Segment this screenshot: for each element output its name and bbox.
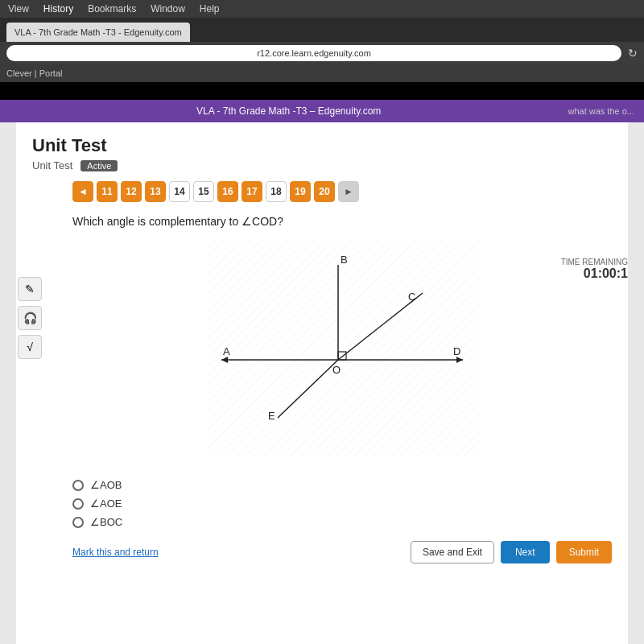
menu-help[interactable]: Help <box>200 3 220 14</box>
q20-button[interactable]: 20 <box>314 181 335 202</box>
svg-rect-1 <box>205 241 479 458</box>
svg-text:A: A <box>223 345 230 357</box>
tab-bar: VLA - 7th Grade Math -T3 - Edgenuity.com <box>0 18 644 42</box>
q16-button[interactable]: 16 <box>217 181 238 202</box>
svg-text:D: D <box>453 345 460 357</box>
radio-boc[interactable] <box>72 517 84 528</box>
action-buttons: Save and Exit Next Submit <box>411 541 612 564</box>
timer: TIME REMAINING 01:00:1 <box>561 258 628 281</box>
question-text: Which angle is complementary to ∠COD? <box>72 215 612 228</box>
purple-header: VLA - 7th Grade Math -T3 – Edgenuity.com… <box>0 100 644 122</box>
menu-history[interactable]: History <box>43 3 73 14</box>
q19-button[interactable]: 19 <box>290 181 311 202</box>
address-bar[interactable]: r12.core.learn.edgenuity.com <box>6 45 621 61</box>
subtitle-row: Unit Test Active <box>32 159 612 171</box>
address-bar-row: r12.core.learn.edgenuity.com ↻ <box>0 42 644 64</box>
headphone-icon-btn[interactable]: 🎧 <box>18 306 42 330</box>
subtitle-label: Unit Test <box>32 159 72 171</box>
bottom-bar: Mark this and return Save and Exit Next … <box>72 541 612 564</box>
answer-choices: ∠AOB ∠AOE ∠BOC <box>72 479 612 528</box>
answer-boc[interactable]: ∠BOC <box>72 516 612 528</box>
formula-icon-btn[interactable]: √ <box>18 335 42 359</box>
active-tab[interactable]: VLA - 7th Grade Math -T3 - Edgenuity.com <box>6 23 190 42</box>
answer-aoe[interactable]: ∠AOE <box>72 497 612 510</box>
pencil-icon-btn[interactable]: ✎ <box>18 277 42 301</box>
purple-header-title: VLA - 7th Grade Math -T3 – Edgenuity.com <box>10 105 568 117</box>
page-title: Unit Test <box>32 135 612 156</box>
timer-label: TIME REMAINING <box>561 258 628 266</box>
submit-button[interactable]: Submit <box>556 541 612 564</box>
answer-aob[interactable]: ∠AOB <box>72 479 612 491</box>
menu-bookmarks[interactable]: Bookmarks <box>88 3 136 14</box>
next-button[interactable]: ► <box>338 181 359 202</box>
menu-view[interactable]: View <box>8 3 29 14</box>
next-button-action[interactable]: Next <box>501 541 550 564</box>
prev-button[interactable]: ◄ <box>72 181 93 202</box>
svg-text:O: O <box>332 364 341 376</box>
bookmark-clever[interactable]: Clever | Portal <box>6 68 63 78</box>
reload-button[interactable]: ↻ <box>628 47 638 60</box>
answer-boc-label: ∠BOC <box>90 516 122 528</box>
answer-aob-label: ∠AOB <box>90 479 122 491</box>
q15-button[interactable]: 15 <box>193 181 214 202</box>
q11-button[interactable]: 11 <box>97 181 118 202</box>
radio-aob[interactable] <box>72 480 84 491</box>
timer-value: 01:00:1 <box>561 266 628 281</box>
content-inner: Unit Test Unit Test Active TIME REMAININ… <box>16 122 628 644</box>
left-icons: ✎ 🎧 √ <box>18 277 42 359</box>
q18-button[interactable]: 18 <box>266 181 287 202</box>
menu-bar: View History Bookmarks Window Help <box>0 0 644 18</box>
answer-aoe-label: ∠AOE <box>90 497 122 510</box>
svg-text:E: E <box>268 410 275 422</box>
main-content: Unit Test Unit Test Active TIME REMAININ… <box>0 122 644 644</box>
active-badge: Active <box>80 160 118 171</box>
q14-button[interactable]: 14 <box>169 181 190 202</box>
menu-window[interactable]: Window <box>151 3 185 14</box>
mark-return-link[interactable]: Mark this and return <box>72 547 159 558</box>
radio-aoe[interactable] <box>72 498 84 510</box>
save-exit-button[interactable]: Save and Exit <box>411 541 494 564</box>
q12-button[interactable]: 12 <box>121 181 142 202</box>
q13-button[interactable]: 13 <box>145 181 166 202</box>
q17-button[interactable]: 17 <box>242 181 262 202</box>
bookmarks-bar: Clever | Portal <box>0 64 644 82</box>
diagram: B C A O D E <box>205 241 479 466</box>
svg-text:B: B <box>341 254 348 266</box>
svg-text:C: C <box>408 291 415 303</box>
question-area: Which angle is complementary to ∠COD? <box>72 212 612 564</box>
purple-header-right: what was the o... <box>568 106 634 116</box>
